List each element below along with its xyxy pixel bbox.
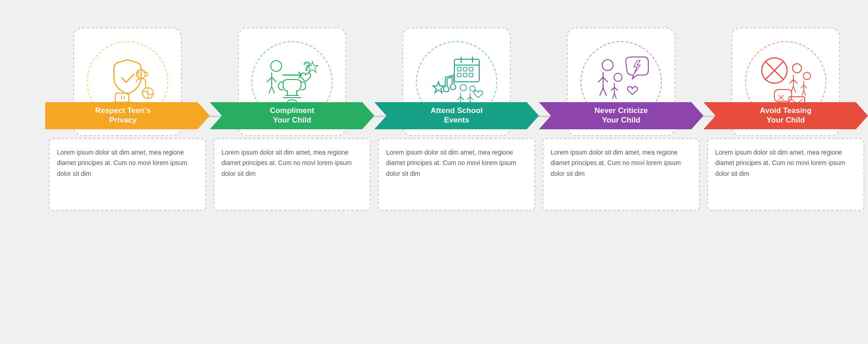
svg-rect-20 — [469, 73, 473, 77]
arrows-row: Respect Teen's Privacy Compliment Your C… — [45, 102, 868, 129]
arrow-item-5: Avoid Teasing Your Child — [703, 102, 868, 129]
arrow-item-2: Compliment Your Child — [210, 102, 374, 129]
arrow-item-1: Respect Teen's Privacy — [45, 102, 210, 129]
desc-card-1: Lorem ipsum dolor sit dim amet, mea regi… — [49, 138, 206, 211]
arrow-label-4-line2: Your Child — [602, 116, 641, 124]
arrow-label-3-line1: Attend School — [430, 106, 482, 115]
arrow-label-3-line2: Events — [444, 116, 469, 124]
svg-rect-15 — [458, 67, 461, 71]
svg-rect-18 — [458, 73, 461, 77]
arrow-label-5-line2: Your Child — [767, 116, 805, 124]
desc-text-4: Lorem ipsum dolor sit dim amet, mea regi… — [551, 147, 692, 179]
svg-point-21 — [460, 85, 467, 91]
svg-point-7 — [271, 61, 282, 71]
svg-rect-2 — [146, 72, 148, 76]
arrow-label-2-line1: Compliment — [270, 106, 314, 115]
desc-card-5: Lorem ipsum dolor sit dim amet, mea regi… — [707, 138, 864, 211]
desc-text-3: Lorem ipsum dolor sit dim amet, mea regi… — [386, 147, 527, 179]
svg-rect-19 — [463, 73, 467, 77]
svg-point-23 — [602, 60, 613, 71]
svg-point-27 — [803, 72, 811, 80]
desc-text-5: Lorem ipsum dolor sit dim amet, mea regi… — [715, 147, 856, 179]
desc-row: Lorem ipsum dolor sit dim amet, mea regi… — [45, 138, 868, 211]
arrow-label-2-line2: Your Child — [273, 116, 311, 124]
desc-card-2: Lorem ipsum dolor sit dim amet, mea regi… — [213, 138, 371, 211]
svg-point-26 — [793, 64, 802, 73]
arrow-label-1-line1: Respect Teen's — [95, 106, 151, 115]
svg-point-22 — [470, 86, 475, 91]
desc-text-2: Lorem ipsum dolor sit dim amet, mea regi… — [222, 147, 363, 179]
svg-point-24 — [614, 73, 622, 81]
svg-rect-17 — [469, 67, 473, 71]
desc-card-4: Lorem ipsum dolor sit dim amet, mea regi… — [542, 138, 700, 211]
infographic: ? — [23, 19, 845, 326]
arrow-item-4: Never Criticize Your Child — [539, 102, 703, 129]
arrow-label-4-line1: Never Criticize — [594, 106, 648, 115]
arrow-label-5-line1: Avoid Teasing — [760, 106, 811, 115]
arrow-item-3: Attend School Events — [374, 102, 539, 129]
desc-text-1: Lorem ipsum dolor sit dim amet, mea regi… — [57, 147, 198, 179]
svg-rect-16 — [463, 67, 467, 71]
desc-card-3: Lorem ipsum dolor sit dim amet, mea regi… — [378, 138, 535, 211]
arrow-label-1-line2: Privacy — [109, 116, 137, 124]
